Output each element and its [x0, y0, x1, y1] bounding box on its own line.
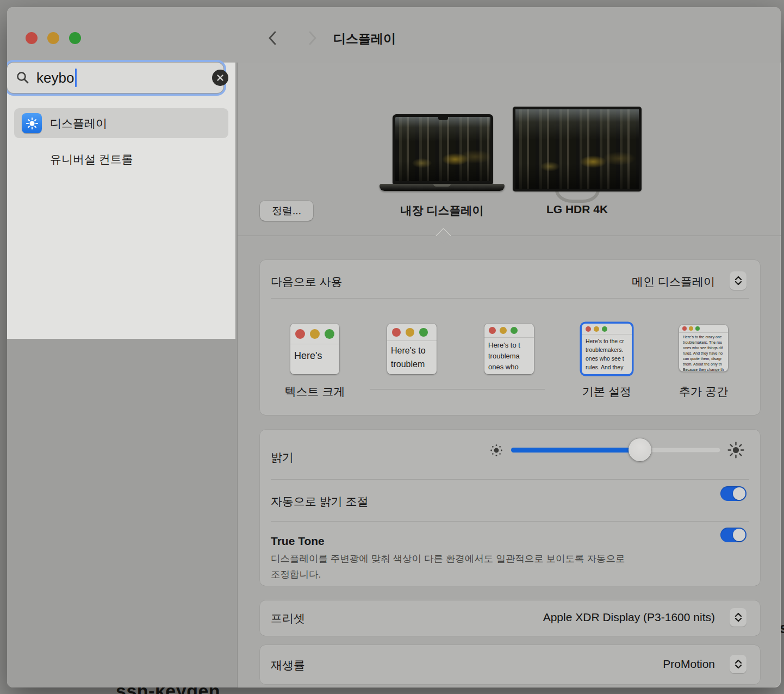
- scaling-connector-line: [370, 389, 545, 389]
- external-display-thumbnail[interactable]: [513, 107, 642, 191]
- scaling-label-default: 기본 설정: [566, 384, 648, 399]
- use-as-dropdown[interactable]: [730, 271, 746, 290]
- search-result-displays[interactable]: 디스플레이: [14, 108, 228, 138]
- refresh-rate-value: ProMotion: [663, 658, 715, 671]
- screenshot-root: ssh-keygen s keybo: [0, 0, 784, 694]
- close-button[interactable]: [26, 32, 38, 44]
- red-dot-icon: [489, 327, 496, 334]
- true-tone-label: True Tone: [271, 535, 325, 548]
- yellow-dot-icon: [594, 326, 599, 332]
- auto-brightness-toggle[interactable]: [720, 486, 746, 501]
- scaling-preview-text: Here's to t troublema ones who: [484, 338, 534, 373]
- scaling-option-more-space[interactable]: Here's to the crazy one troublemakers. T…: [679, 325, 728, 371]
- toggle-knob: [733, 529, 745, 541]
- external-display-wallpaper: [515, 109, 639, 189]
- page-title: 디스플레이: [333, 30, 396, 47]
- sidebar-divider: [237, 63, 238, 687]
- minimize-button[interactable]: [47, 32, 59, 44]
- search-input[interactable]: keybo: [7, 63, 223, 93]
- use-as-value: 메인 디스플레이: [632, 274, 715, 289]
- search-icon: [16, 71, 30, 85]
- row-divider: [271, 479, 749, 480]
- builtin-display-thumbnail[interactable]: [393, 114, 493, 184]
- search-results-panel: keybo: [7, 63, 235, 339]
- scaling-option-3[interactable]: Here's to t troublema ones who: [484, 324, 534, 374]
- green-dot-icon: [511, 327, 518, 334]
- laptop-base: [379, 184, 505, 191]
- red-dot-icon: [295, 329, 305, 339]
- text-caret: [75, 69, 77, 87]
- auto-brightness-label: 자동으로 밝기 조절: [271, 494, 369, 509]
- section-divider: [238, 236, 781, 236]
- green-dot-icon: [695, 326, 700, 331]
- brightness-slider-knob[interactable]: [629, 438, 651, 461]
- red-dot-icon: [392, 328, 401, 337]
- scaling-option-larger-text[interactable]: Here's: [290, 324, 339, 374]
- scaling-preview-text: Here's: [290, 344, 339, 363]
- yellow-dot-icon: [500, 327, 507, 334]
- builtin-display-wallpaper: [395, 117, 490, 181]
- row-divider: [271, 521, 749, 522]
- scaling-option-2[interactable]: Here's to troublem: [387, 324, 437, 374]
- true-tone-toggle[interactable]: [720, 528, 746, 542]
- refresh-rate-card: 재생률 ProMotion: [260, 645, 760, 684]
- arrange-button[interactable]: 정렬...: [260, 201, 313, 221]
- forward-button[interactable]: [306, 30, 319, 46]
- row-divider: [271, 298, 749, 299]
- search-result-label: 유니버설 컨트롤: [50, 152, 133, 167]
- refresh-rate-dropdown[interactable]: [730, 655, 746, 673]
- yellow-dot-icon: [406, 328, 414, 337]
- preset-card: 프리셋 Apple XDR Display (P3-1600 nits): [260, 600, 760, 636]
- scaling-label-more-space: 추가 공간: [663, 384, 744, 399]
- builtin-display-label: 내장 디스플레이: [388, 203, 496, 218]
- laptop-lid-scoop: [433, 184, 451, 187]
- red-dot-icon: [586, 326, 591, 332]
- preset-label: 프리셋: [271, 611, 305, 626]
- popover-arrow: [435, 228, 452, 244]
- resolution-card: 다음으로 사용 메인 디스플레이 Here's Here's to troubl…: [260, 260, 760, 415]
- system-settings-window: keybo: [7, 7, 781, 687]
- scaling-preview-text: Here's to the cr troublemakers. ones who…: [582, 334, 632, 371]
- green-dot-icon: [602, 326, 607, 332]
- green-dot-icon: [325, 329, 334, 339]
- scaling-preview-text: Here's to troublem: [387, 341, 437, 371]
- search-query-text: keybo: [36, 70, 74, 86]
- brightness-label: 밝기: [271, 450, 294, 465]
- preset-value: Apple XDR Display (P3-1600 nits): [543, 611, 715, 624]
- search-result-universal-control[interactable]: 유니버설 컨트롤: [14, 144, 228, 174]
- external-display-label: LG HDR 4K: [513, 203, 642, 216]
- brightness-card: 밝기: [260, 430, 760, 586]
- refresh-rate-label: 재생률: [271, 658, 305, 673]
- monitor-stand: [555, 190, 600, 203]
- brightness-low-icon: [490, 444, 503, 457]
- zoom-button[interactable]: [69, 32, 81, 44]
- toggle-knob: [733, 487, 745, 500]
- scaling-option-default-selected[interactable]: Here's to the cr troublemakers. ones who…: [582, 324, 632, 374]
- true-tone-description: 디스플레이를 주변광에 맞춰 색상이 다른 환경에서도 일관적으로 보이도록 자…: [271, 551, 684, 583]
- laptop-notch: [438, 117, 448, 120]
- use-as-label: 다음으로 사용: [271, 274, 343, 289]
- green-dot-icon: [419, 328, 428, 337]
- yellow-dot-icon: [310, 329, 320, 339]
- preset-dropdown[interactable]: [730, 608, 746, 627]
- brightness-slider-fill: [511, 448, 634, 453]
- red-dot-icon: [682, 326, 687, 331]
- display-brightness-icon: [22, 113, 42, 133]
- scaling-label-larger-text: 텍스트 크게: [274, 384, 356, 399]
- scaling-preview-text: Here's to the crazy one troublemakers. T…: [679, 333, 728, 371]
- yellow-dot-icon: [689, 326, 693, 331]
- search-result-label: 디스플레이: [50, 116, 107, 131]
- brightness-high-icon: [727, 442, 744, 458]
- back-button[interactable]: [266, 30, 279, 46]
- clear-search-icon[interactable]: [212, 70, 228, 86]
